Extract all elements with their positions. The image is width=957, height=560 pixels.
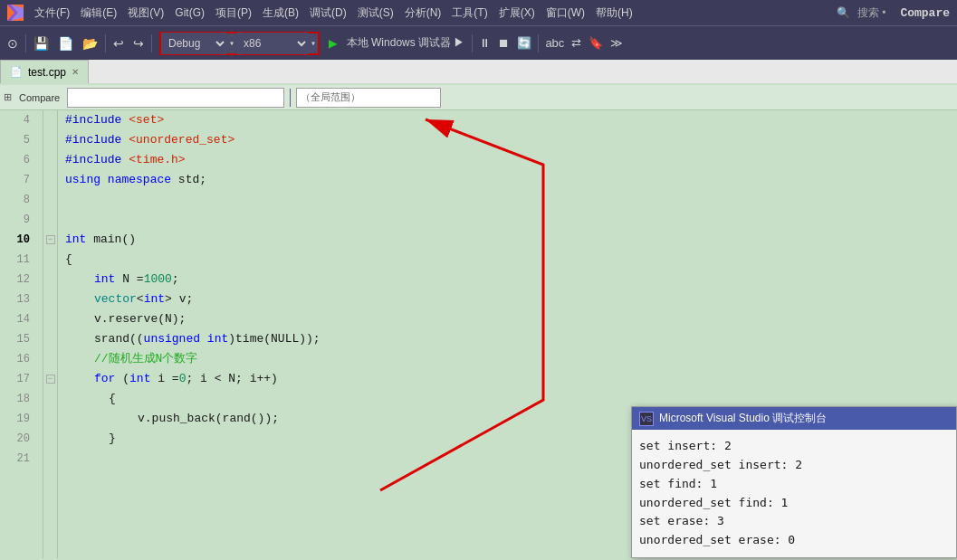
menu-view[interactable]: 视图(V) — [128, 5, 164, 21]
line-num-12: 12 — [0, 270, 35, 289]
title-bar: 文件(F) 编辑(E) 视图(V) Git(G) 项目(P) 生成(B) 调试(… — [0, 0, 957, 25]
menu-window[interactable]: 窗口(W) — [546, 5, 585, 21]
code-line-13: vector<int> v; — [65, 289, 957, 309]
console-title: Microsoft Visual Studio 调试控制台 — [659, 411, 827, 426]
compare-label: Compare — [15, 92, 63, 103]
search-label[interactable]: 搜索 • — [857, 5, 886, 21]
code-line-5: #include <unordered_set> — [65, 130, 957, 150]
tab-filename: test.cpp — [28, 66, 66, 79]
console-header: VS Microsoft Visual Studio 调试控制台 — [632, 407, 956, 430]
toolbar-open[interactable]: 📂 — [79, 34, 101, 52]
line-num-7: 7 — [0, 170, 35, 190]
sep4 — [472, 34, 473, 52]
toolbar-undo[interactable]: ↩ — [110, 34, 128, 52]
gutter-6 — [43, 150, 57, 170]
run-button[interactable]: ▶ — [325, 34, 341, 52]
gutter-8 — [43, 190, 57, 210]
sep3 — [151, 34, 152, 52]
code-line-9 — [65, 210, 957, 230]
menu-tools[interactable]: 工具(T) — [452, 5, 487, 21]
toolbar-nav-back[interactable]: ⊙ — [4, 34, 22, 52]
search-area: 🔍 搜索 • — [837, 5, 886, 21]
collapse-10-icon[interactable]: − — [46, 235, 55, 244]
gutter-9 — [43, 210, 57, 230]
code-line-6: #include <time.h> — [65, 150, 957, 170]
gutter-19 — [43, 409, 57, 429]
toolbar-stop[interactable]: ⏹ — [495, 34, 512, 52]
debug-selector-group: Debug Release ▾ x86 x64 ▾ — [159, 32, 320, 55]
gutter-14 — [43, 309, 57, 329]
toolbar-bookmark[interactable]: 🔖 — [586, 34, 606, 52]
line-num-21: 21 — [0, 449, 35, 469]
arch-dropdown[interactable]: x86 x64 — [236, 33, 309, 54]
gutter-10[interactable]: − — [43, 230, 57, 250]
scope-left-dropdown[interactable] — [67, 88, 284, 108]
toolbar-new[interactable]: 📄 — [54, 34, 77, 52]
code-area: 4 5 6 7 8 9 10 11 12 13 14 15 16 17 18 1… — [0, 110, 957, 558]
line-num-9: 9 — [0, 210, 35, 230]
line-num-6: 6 — [0, 150, 35, 170]
code-line-4: #include <set> — [65, 110, 957, 130]
tab-area: 📄 test.cpp ✕ ⊞ Compare — [0, 60, 957, 110]
gutter-20 — [43, 429, 57, 449]
gutter-17[interactable]: − — [43, 369, 57, 389]
menu-edit[interactable]: 编辑(E) — [81, 5, 117, 21]
tab-test-cpp[interactable]: 📄 test.cpp ✕ — [0, 60, 89, 83]
line-numbers: 4 5 6 7 8 9 10 11 12 13 14 15 16 17 18 1… — [0, 110, 43, 558]
search-icon: 🔍 — [837, 6, 850, 20]
collapse-17-icon[interactable]: − — [46, 375, 55, 384]
sep1 — [25, 34, 26, 52]
menu-build[interactable]: 生成(B) — [263, 5, 299, 21]
menu-git[interactable]: Git(G) — [175, 6, 205, 19]
toolbar-find[interactable]: abc — [542, 34, 567, 52]
menu-project[interactable]: 项目(P) — [215, 5, 252, 21]
console-line-6: unordered_set erase: 0 — [639, 531, 949, 550]
toolbar-replace[interactable]: ⇄ — [569, 34, 584, 52]
gutter-5 — [43, 130, 57, 150]
gutter-12 — [43, 270, 57, 289]
line-num-16: 16 — [0, 349, 35, 369]
scope-bar: ⊞ Compare — [0, 85, 957, 110]
console-vs-icon: VS — [639, 412, 654, 426]
console-body: set insert: 2 unordered_set insert: 2 se… — [632, 430, 956, 557]
line-num-10: 10 — [0, 230, 35, 250]
gutter-13 — [43, 289, 57, 309]
toolbar-redo[interactable]: ↪ — [129, 34, 148, 52]
gutter-7 — [43, 170, 57, 190]
sep-scope — [290, 89, 291, 107]
toolbar-more[interactable]: ≫ — [608, 34, 626, 52]
line-num-13: 13 — [0, 289, 35, 309]
code-line-10: int main() — [65, 230, 957, 250]
line-num-11: 11 — [0, 250, 35, 270]
debug-mode-dropdown[interactable]: Debug Release — [161, 33, 227, 54]
toolbar: ⊙ 💾 📄 📂 ↩ ↪ Debug Release ▾ x86 x64 ▾ ▶ … — [0, 25, 957, 60]
console-line-2: unordered_set insert: 2 — [639, 456, 949, 475]
code-line-7: using namespace std; — [65, 170, 957, 190]
code-line-12: int N = 1000; — [65, 270, 957, 289]
line-num-17: 17 — [0, 369, 35, 389]
line-num-20: 20 — [0, 429, 35, 449]
menu-help[interactable]: 帮助(H) — [596, 5, 633, 21]
file-icon: 📄 — [10, 66, 23, 78]
code-line-15: srand((unsigned int)time(NULL)); — [65, 329, 957, 349]
menu-debug[interactable]: 调试(D) — [310, 5, 347, 21]
local-debugger-label[interactable]: 本地 Windows 调试器 ▶ — [343, 35, 469, 51]
code-line-14: v.reserve(N); — [65, 309, 957, 329]
compare-icon: ⊞ — [4, 91, 12, 103]
arch-dropdown-arrow: ▾ — [309, 38, 318, 49]
app-title: Compare — [900, 6, 950, 20]
gutter-15 — [43, 329, 57, 349]
line-num-19: 19 — [0, 409, 35, 429]
code-line-11: { — [65, 250, 957, 270]
tab-close-button[interactable]: ✕ — [72, 67, 79, 77]
line-num-15: 15 — [0, 329, 35, 349]
menu-analyze[interactable]: 分析(N) — [405, 5, 442, 21]
sep2 — [105, 34, 106, 52]
toolbar-restart[interactable]: 🔄 — [514, 34, 534, 52]
menu-test[interactable]: 测试(S) — [358, 5, 394, 21]
menu-extensions[interactable]: 扩展(X) — [499, 5, 535, 21]
toolbar-pause[interactable]: ⏸ — [476, 34, 493, 52]
menu-file[interactable]: 文件(F) — [34, 5, 70, 21]
toolbar-save[interactable]: 💾 — [30, 34, 53, 52]
scope-right-dropdown[interactable] — [296, 88, 441, 108]
